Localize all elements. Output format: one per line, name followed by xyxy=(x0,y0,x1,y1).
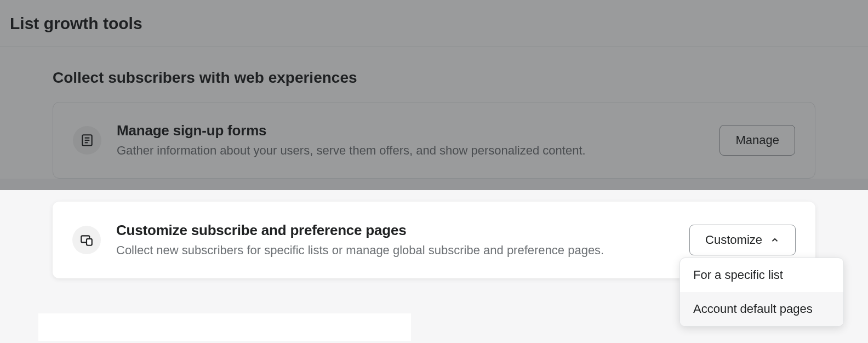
manage-button-label: Manage xyxy=(735,133,779,147)
customize-dropdown: For a specific list Account default page… xyxy=(679,258,844,327)
dropdown-item-account-default[interactable]: Account default pages xyxy=(680,292,843,326)
section-collect: Collect subscribers with web experiences… xyxy=(0,47,868,179)
customize-button-label: Customize xyxy=(705,233,762,247)
svg-rect-5 xyxy=(87,239,92,245)
devices-icon xyxy=(72,226,101,254)
card-text: Manage sign-up forms Gather information … xyxy=(117,122,704,159)
customize-button[interactable]: Customize xyxy=(689,225,796,255)
dropdown-item-specific-list[interactable]: For a specific list xyxy=(680,258,843,292)
card-desc: Gather information about your users, ser… xyxy=(117,142,704,159)
card-signup-forms: Manage sign-up forms Gather information … xyxy=(53,102,815,179)
card-desc: Collect new subscribers for specific lis… xyxy=(116,242,674,259)
form-icon xyxy=(73,126,101,155)
card-title: Manage sign-up forms xyxy=(117,122,704,139)
page-header: List growth tools xyxy=(0,0,868,47)
page-title: List growth tools xyxy=(10,14,142,33)
section-title: Collect subscribers with web experiences xyxy=(53,69,815,87)
card-title: Customize subscribe and preference pages xyxy=(116,222,674,239)
chevron-up-icon xyxy=(770,235,780,245)
card-text: Customize subscribe and preference pages… xyxy=(116,222,674,259)
manage-button[interactable]: Manage xyxy=(719,125,795,156)
